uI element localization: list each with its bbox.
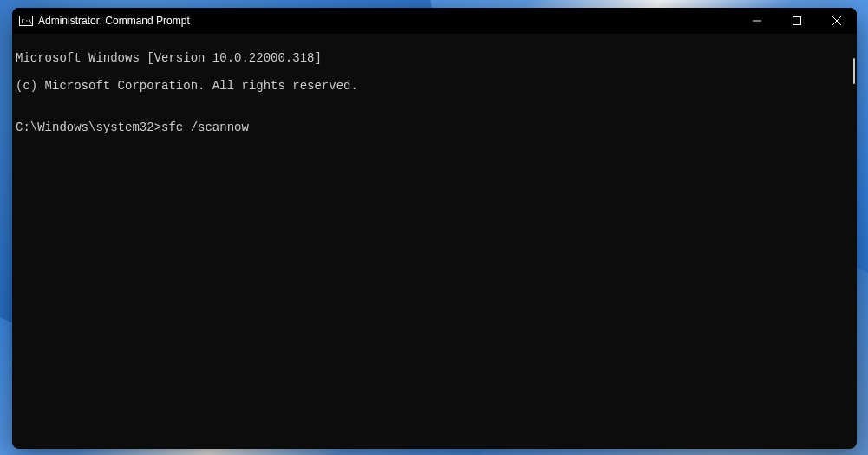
titlebar[interactable]: C:\ Administrator: Command Prompt — [12, 8, 857, 34]
window-title: Administrator: Command Prompt — [38, 15, 190, 27]
minimize-button[interactable] — [737, 8, 777, 34]
close-button[interactable] — [817, 8, 857, 34]
terminal-line: Microsoft Windows [Version 10.0.22000.31… — [16, 51, 857, 65]
scrollbar-track[interactable] — [850, 37, 855, 445]
prompt-path: C:\Windows\system32> — [16, 120, 161, 134]
typed-command: sfc /scannow — [161, 120, 249, 134]
window-controls — [737, 8, 857, 34]
scrollbar-thumb[interactable] — [853, 58, 855, 84]
terminal-prompt-line: C:\Windows\system32>sfc /scannow — [16, 120, 857, 134]
command-prompt-window: C:\ Administrator: Command Prompt — [12, 8, 857, 449]
maximize-button[interactable] — [777, 8, 817, 34]
svg-rect-3 — [793, 17, 801, 25]
terminal-output[interactable]: Microsoft Windows [Version 10.0.22000.31… — [12, 34, 857, 449]
cmd-icon: C:\ — [19, 14, 33, 28]
terminal-line: (c) Microsoft Corporation. All rights re… — [16, 79, 857, 93]
svg-text:C:\: C:\ — [22, 18, 33, 25]
